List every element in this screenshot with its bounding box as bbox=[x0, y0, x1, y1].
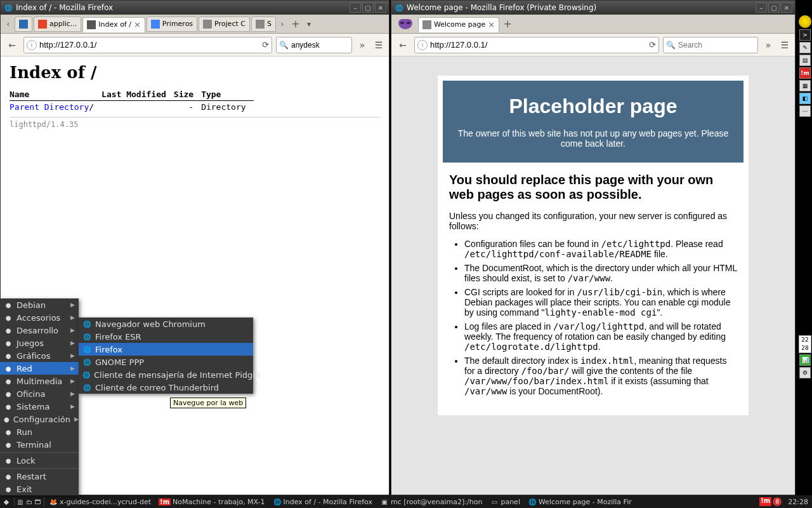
menu-item-lock[interactable]: ●Lock bbox=[0, 454, 79, 467]
reload-icon[interactable]: ⟳ bbox=[649, 40, 656, 50]
taskbar-item[interactable]: 🦊x-guides-codei...ycrud-det bbox=[46, 496, 154, 507]
search-box[interactable]: 🔍 bbox=[276, 37, 352, 53]
menu-item-icon: ● bbox=[4, 485, 13, 493]
tab-2-active[interactable]: Index of /× bbox=[82, 17, 145, 32]
tab-1[interactable]: applic... bbox=[34, 17, 81, 32]
menu-item-desarrollo[interactable]: ●Desarrollo▶ bbox=[0, 324, 79, 337]
search-box[interactable]: 🔍 bbox=[663, 37, 758, 53]
favicon bbox=[256, 20, 265, 29]
tray-icon[interactable]: ◧ bbox=[799, 93, 811, 104]
menu-item-sistema[interactable]: ●Sistema▶ bbox=[0, 400, 79, 413]
submenu-item[interactable]: 🌐Firefox bbox=[79, 343, 253, 356]
menu-item-multimedia[interactable]: ●Multimedia▶ bbox=[0, 375, 79, 387]
tab-close-icon[interactable]: × bbox=[488, 20, 495, 29]
tray-nomachine-icon[interactable]: !m bbox=[759, 497, 771, 506]
menu-item-accesorios[interactable]: ●Accesorios▶ bbox=[0, 311, 79, 324]
taskbar-clock[interactable]: 22:28 bbox=[784, 498, 812, 506]
taskbar-item[interactable]: 🌐Welcome page - Mozilla Fir bbox=[525, 496, 635, 507]
show-desktop-icon[interactable]: ▥ bbox=[16, 497, 25, 506]
parent-dir-link[interactable]: Parent Directory bbox=[10, 102, 89, 112]
tray-icon[interactable]: ▦ bbox=[799, 80, 811, 91]
search-input[interactable] bbox=[678, 41, 755, 50]
submenu-item[interactable]: 🌐Navegador web Chromium bbox=[79, 318, 253, 330]
server-signature: lighttpd/1.4.35 bbox=[10, 117, 380, 129]
url-input[interactable] bbox=[39, 40, 259, 50]
minimize-button[interactable]: – bbox=[756, 3, 767, 13]
menu-item-terminal[interactable]: ●Terminal bbox=[0, 438, 79, 451]
start-menu-button[interactable]: ◆ bbox=[0, 496, 13, 507]
reload-icon[interactable]: ⟳ bbox=[262, 40, 269, 50]
url-bar[interactable]: i ⟳ bbox=[23, 37, 272, 53]
menu-item-red[interactable]: ●Red▶ bbox=[0, 362, 79, 375]
taskbar-item[interactable]: ▭panel bbox=[487, 496, 523, 507]
tray-notification-badge[interactable]: 8 bbox=[773, 497, 782, 506]
taskbar-item-label: Welcome page - Mozilla Fir bbox=[539, 498, 632, 506]
url-bar[interactable]: i ⟳ bbox=[414, 37, 659, 53]
tab-scroll-right[interactable]: › bbox=[277, 17, 287, 32]
hamburger-icon[interactable]: ☰ bbox=[372, 39, 385, 51]
tray-graph-icon[interactable]: 📊 bbox=[799, 354, 811, 366]
titlebar-right[interactable]: 🌐 Welcome page - Mozilla Firefox (Privat… bbox=[391, 1, 795, 15]
menu-item-gráficos[interactable]: ●Gráficos▶ bbox=[0, 349, 79, 362]
close-button[interactable]: ✕ bbox=[781, 3, 792, 13]
app-icon: 🌐 bbox=[82, 319, 91, 328]
menu-item-debian[interactable]: ●Debian▶ bbox=[0, 298, 79, 311]
menu-item-oficina[interactable]: ●Oficina▶ bbox=[0, 387, 79, 400]
content-area[interactable]: Placeholder page The owner of this web s… bbox=[391, 57, 795, 495]
close-button[interactable]: ✕ bbox=[375, 3, 386, 13]
tray-icon[interactable]: ⋯ bbox=[799, 105, 811, 117]
menu-item-run[interactable]: ●Run bbox=[0, 425, 79, 438]
taskbar-item-icon: 🌐 bbox=[528, 497, 537, 506]
hamburger-icon[interactable]: ☰ bbox=[778, 39, 791, 51]
tab-3[interactable]: Primeros bbox=[147, 17, 197, 32]
tray-magnifier-icon[interactable] bbox=[799, 15, 811, 28]
taskbar-item-icon: 🦊 bbox=[49, 497, 58, 506]
new-tab-button[interactable]: + bbox=[501, 18, 514, 30]
body-intro: Unless you changed its configuration, yo… bbox=[449, 211, 737, 231]
site-info-icon[interactable]: i bbox=[27, 40, 37, 50]
taskbar-item[interactable]: ▣mc [root@venaima2]:/hon bbox=[377, 496, 485, 507]
menu-item-restart[interactable]: ●Restart bbox=[0, 470, 79, 483]
minimize-button[interactable]: – bbox=[350, 3, 361, 13]
new-tab-button[interactable]: + bbox=[289, 18, 303, 30]
back-button[interactable]: ← bbox=[395, 37, 410, 53]
list-item: CGI scripts are looked for in /usr/lib/c… bbox=[464, 287, 737, 318]
taskbar-item[interactable]: 🌐Index of / - Mozilla Firefox bbox=[270, 496, 376, 507]
tray-icon[interactable]: ▤ bbox=[799, 55, 811, 66]
maximize-button[interactable]: ▢ bbox=[768, 3, 780, 13]
tab-scroll-left[interactable]: ‹ bbox=[3, 17, 13, 32]
tab-close-icon[interactable]: × bbox=[134, 20, 141, 29]
quicklaunch-icon[interactable]: 🗀 bbox=[25, 497, 34, 506]
tab-4[interactable]: Project C bbox=[199, 17, 250, 32]
back-button[interactable]: ← bbox=[4, 37, 20, 53]
taskbar-item[interactable]: !mNoMachine - trabajo, MX-1 bbox=[155, 496, 268, 507]
tab-label: applic... bbox=[49, 20, 77, 28]
overflow-icon[interactable]: » bbox=[762, 39, 775, 51]
menu-item-exit[interactable]: ●Exit bbox=[0, 483, 79, 495]
submenu-item[interactable]: 🌐Cliente de mensajería de Internet Pidgi… bbox=[79, 368, 253, 381]
menu-item-configuración[interactable]: ●Configuración▶ bbox=[0, 413, 79, 425]
tray-terminal-icon[interactable]: > bbox=[799, 29, 811, 41]
quicklaunch-icon[interactable]: 🗔 bbox=[34, 497, 43, 506]
col-type: Type bbox=[201, 88, 253, 101]
submenu-item[interactable]: 🌐Firefox ESR bbox=[79, 330, 253, 343]
menu-item-juegos[interactable]: ●Juegos▶ bbox=[0, 337, 79, 349]
tray-nomachine-icon[interactable]: !m bbox=[799, 67, 811, 79]
menu-item-icon: ● bbox=[4, 415, 10, 424]
submenu-item[interactable]: 🌐Cliente de correo Thunderbird bbox=[79, 381, 253, 394]
tab-0[interactable] bbox=[15, 17, 32, 32]
maximize-button[interactable]: ▢ bbox=[362, 3, 374, 13]
tabs-dropdown[interactable]: ▾ bbox=[304, 17, 314, 32]
tab-5[interactable]: S bbox=[251, 17, 276, 32]
overflow-icon[interactable]: » bbox=[356, 39, 369, 51]
tray-icon[interactable]: ✎ bbox=[799, 42, 811, 53]
tab-welcome[interactable]: Welcome page × bbox=[418, 17, 499, 32]
tray-icon[interactable]: ⚙ bbox=[799, 367, 811, 378]
titlebar-left[interactable]: 🌐 Index of / - Mozilla Firefox – ▢ ✕ bbox=[1, 1, 389, 15]
tray-calendar[interactable]: 2228 bbox=[799, 335, 811, 353]
url-input[interactable] bbox=[430, 40, 646, 50]
chevron-right-icon: ▶ bbox=[70, 314, 75, 321]
submenu-item[interactable]: 🌐GNOME PPP bbox=[79, 356, 253, 368]
search-input[interactable] bbox=[291, 41, 349, 50]
site-info-icon[interactable]: i bbox=[417, 40, 428, 50]
